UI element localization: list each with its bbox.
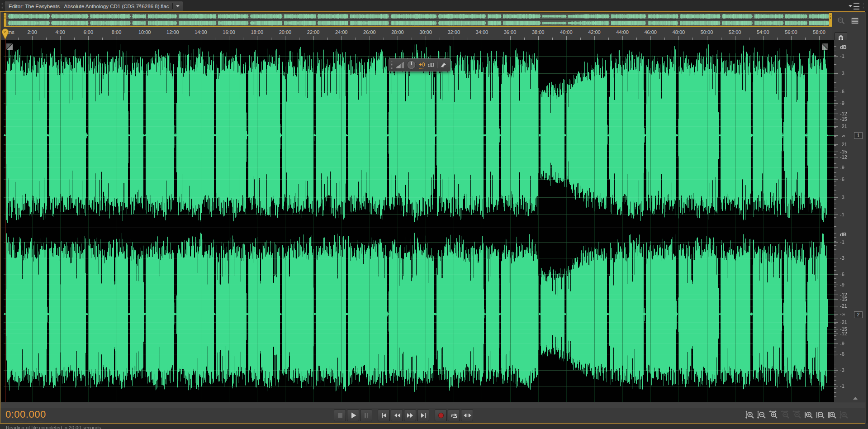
- ruler-tick: [650, 36, 651, 40]
- channel-2-badge[interactable]: 2: [854, 311, 863, 318]
- scale-unit-label: dB: [840, 232, 847, 237]
- window-grip-icon[interactable]: [863, 1, 865, 10]
- scale-tick: [834, 352, 836, 352]
- scale-tick: [834, 119, 838, 119]
- zoom-in-amplitude-button[interactable]: [744, 410, 756, 420]
- scale-label: -1: [840, 239, 844, 245]
- ruler-label: 36:00: [504, 29, 517, 35]
- scale-tick: [834, 69, 836, 69]
- corner-handle-icon[interactable]: [822, 43, 828, 50]
- range-list-icon[interactable]: [850, 16, 860, 26]
- scale-tick: [834, 154, 836, 155]
- scale-tick: [834, 51, 836, 51]
- close-tab-button[interactable]: ×: [136, 2, 143, 10]
- skip-to-start-button[interactable]: [378, 410, 390, 421]
- gain-knob-icon[interactable]: [407, 60, 416, 70]
- hud-panel[interactable]: +0 dB: [389, 58, 451, 72]
- scale-label: -12: [840, 111, 847, 116]
- scale-tick: [834, 179, 838, 180]
- scale-label: -1: [840, 383, 844, 389]
- scale-tick: [834, 213, 836, 213]
- pause-button[interactable]: [360, 410, 372, 421]
- scale-tick: [834, 167, 838, 168]
- pause-icon: [361, 410, 372, 421]
- scale-tick: [834, 190, 836, 191]
- scale-unit-label: dB: [840, 44, 847, 50]
- scale-tick: [834, 323, 836, 324]
- waveform-canvas[interactable]: [4, 40, 834, 402]
- ruler-label: 46:00: [644, 29, 657, 35]
- ruler-label: 8:00: [112, 29, 121, 35]
- loop-playback-button[interactable]: [448, 410, 460, 421]
- skip-to-end-button[interactable]: [417, 410, 429, 421]
- channel-divider[interactable]: [1, 228, 834, 228]
- scale-label: -9: [840, 100, 844, 106]
- zoom-out-time-button[interactable]: [779, 410, 791, 420]
- channel-1-badge[interactable]: 1: [854, 132, 863, 139]
- hud-grip-icon[interactable]: [391, 61, 393, 69]
- scale-tick: [834, 315, 836, 315]
- chevron-down-icon[interactable]: [176, 5, 180, 7]
- playhead-line[interactable]: [5, 32, 5, 402]
- ruler-label: 2:00: [27, 29, 37, 35]
- scale-label: -15: [840, 149, 847, 154]
- panel-grip-icon[interactable]: [0, 1, 3, 10]
- editor-tab[interactable]: Editor: The Easybeats - Absolute Antholo…: [4, 1, 183, 11]
- zoom-out-full-button[interactable]: [791, 410, 803, 420]
- scale-tick: [834, 123, 836, 123]
- amplitude-scale[interactable]: dB-1-1-3-3-6-6-9-9-12-12-15-15-21-21-∞dB…: [834, 40, 865, 402]
- scale-tick: [834, 339, 836, 340]
- scale-tick: [834, 141, 836, 141]
- panel-menu-button[interactable]: [849, 3, 860, 9]
- scale-label: -6: [840, 351, 844, 357]
- scale-tick: [834, 380, 836, 381]
- scale-tick: [834, 96, 836, 96]
- scale-label: -21: [840, 124, 847, 129]
- scale-scroll-arrow-icon[interactable]: [853, 397, 858, 400]
- corner-handle-icon[interactable]: [6, 43, 13, 50]
- overview-navigator[interactable]: [4, 13, 832, 27]
- ruler-label: 34:00: [476, 29, 489, 35]
- scale-tick: [834, 343, 838, 344]
- zoom-to-out-point-button[interactable]: [815, 410, 826, 420]
- scale-tick: [834, 204, 836, 204]
- scale-tick: [834, 360, 836, 360]
- panel-divider[interactable]: [0, 402, 865, 408]
- skip-selection-button[interactable]: [461, 410, 473, 421]
- skip-selection-icon: [462, 410, 473, 421]
- playhead-marker[interactable]: [1, 28, 9, 40]
- time-display[interactable]: 0:00.000: [5, 409, 46, 421]
- zoom-in-time-button[interactable]: [768, 410, 779, 420]
- ruler-label: 48:00: [673, 29, 685, 35]
- play-button[interactable]: [347, 410, 359, 421]
- scale-tick: [834, 226, 836, 227]
- pin-icon[interactable]: [440, 62, 446, 68]
- scale-label: -21: [840, 303, 847, 309]
- ruler-tick: [370, 36, 370, 40]
- ruler-tick: [482, 36, 482, 40]
- ruler-label: 20:00: [279, 29, 292, 35]
- scale-tick: [834, 282, 836, 283]
- scale-tick: [834, 55, 836, 56]
- ruler-tick: [285, 36, 285, 40]
- scale-tick: [834, 217, 836, 218]
- scale-label: -21: [840, 319, 847, 325]
- zoom-out-amplitude-button[interactable]: [756, 410, 768, 420]
- ruler-tick: [566, 36, 567, 40]
- zoom-to-selection-button[interactable]: [826, 410, 838, 420]
- gain-value[interactable]: +0: [419, 62, 425, 69]
- rewind-button[interactable]: [391, 410, 403, 421]
- stop-button[interactable]: [334, 410, 346, 421]
- scale-tick: [834, 291, 836, 291]
- navigator-zoom-out-icon[interactable]: [836, 16, 846, 26]
- record-button[interactable]: [435, 410, 447, 421]
- scale-tick: [834, 126, 838, 127]
- scale-label: -12: [840, 331, 847, 336]
- ruler-label: 58:00: [813, 29, 825, 35]
- fast-forward-button[interactable]: [404, 410, 416, 421]
- timeline-ruler[interactable]: hms 2:004:006:008:0010:0012:0014:0016:00…: [4, 28, 832, 40]
- scale-label: -3: [840, 71, 844, 76]
- zoom-to-in-point-button[interactable]: [803, 410, 815, 420]
- skip-to-start-icon: [379, 410, 389, 421]
- reset-vertical-zoom-button[interactable]: [838, 410, 850, 420]
